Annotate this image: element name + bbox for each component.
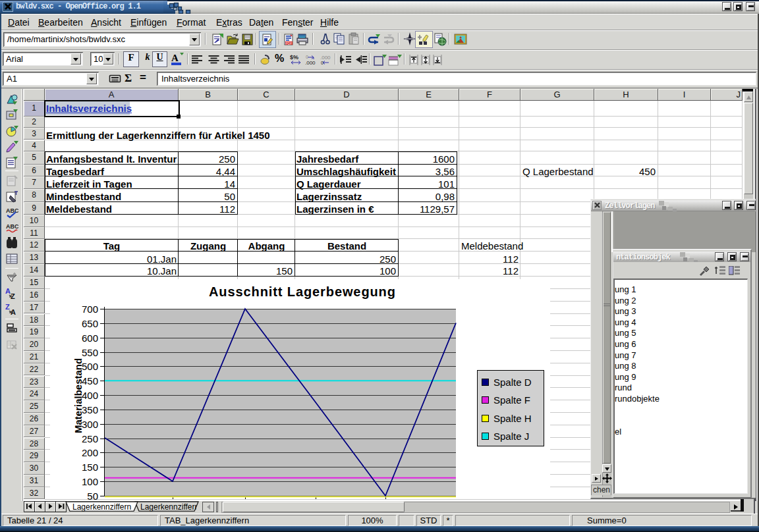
svg-text:0: 0 (306, 55, 308, 59)
svg-text:A: A (5, 287, 11, 295)
svg-text:0: 0 (321, 61, 323, 65)
svg-text:PDF: PDF (286, 41, 293, 45)
svg-text:ABC: ABC (6, 207, 18, 214)
svg-text:Z: Z (5, 303, 10, 311)
svg-text:.000: .000 (320, 55, 331, 61)
svg-text:ABC: ABC (6, 223, 18, 230)
svg-text:$%: $% (290, 54, 298, 61)
svg-text:.000: .000 (305, 60, 316, 65)
